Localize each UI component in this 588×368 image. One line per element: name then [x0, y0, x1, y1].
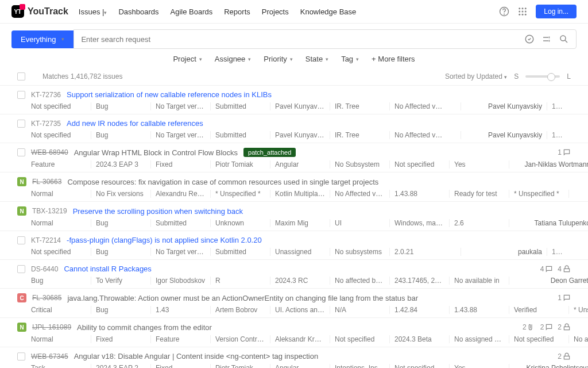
field-cell[interactable]: Piotr Tomiak [210, 364, 270, 368]
field-cell[interactable]: No Affected versions [330, 190, 389, 198]
field-cell[interactable]: Feature [150, 335, 210, 343]
field-cell[interactable]: Normal [31, 219, 91, 227]
field-cell[interactable]: IR. Tree [330, 131, 389, 139]
field-cell[interactable]: 243.17465, 243.18137.10 [389, 277, 449, 285]
field-cell[interactable]: Fixed [150, 364, 210, 368]
field-cell[interactable]: Not specified [330, 335, 389, 343]
issue-row[interactable]: NFL-30663Compose resources: fix navigati… [0, 172, 588, 201]
vote-count[interactable]: 2 [558, 352, 571, 361]
field-cell[interactable]: Pavel Kunyavskiy [270, 102, 330, 110]
field-cell[interactable]: No Target versions [150, 131, 210, 139]
field-cell[interactable]: Angular [270, 364, 330, 368]
comment-count[interactable]: 4 [540, 265, 554, 273]
field-cell[interactable]: Feature [31, 160, 91, 168]
filter-project[interactable]: Project ▾ [173, 55, 202, 63]
field-cell[interactable]: 2.6 [449, 219, 509, 227]
issue-checkbox[interactable] [17, 91, 25, 99]
issue-row[interactable]: KT-72736Support serialization of new cal… [0, 85, 588, 114]
field-cell[interactable]: 1.42.84 [389, 306, 449, 314]
comment-count[interactable]: 1 [558, 148, 571, 156]
field-cell[interactable]: Task [31, 364, 91, 368]
query-assist-icon[interactable] [524, 34, 535, 44]
field-cell[interactable]: N/A [330, 306, 389, 314]
nav-projects[interactable]: Projects [262, 7, 289, 16]
issue-checkbox[interactable] [17, 352, 25, 361]
field-cell[interactable]: * Unspecified * [210, 190, 270, 198]
field-cell[interactable]: Kotlin Multiplatform [270, 190, 330, 198]
field-cell[interactable]: Angular [270, 160, 330, 168]
issue-title[interactable]: Angular v18: Disable Angular | Content i… [74, 352, 318, 361]
issue-id[interactable]: FL-30685 [32, 294, 61, 302]
select-all-checkbox[interactable] [17, 72, 25, 80]
field-cell[interactable]: Verified [509, 306, 568, 314]
nav-knowledge-base[interactable]: Knowledge Base [300, 7, 357, 16]
issue-checkbox[interactable] [17, 265, 25, 273]
field-cell[interactable]: UI. Actions and Frames [270, 306, 330, 314]
field-cell[interactable]: No Affected versions [389, 102, 449, 110]
sort-label[interactable]: Sorted by Updated ▾ [445, 72, 507, 80]
issue-checkbox[interactable] [17, 236, 25, 244]
attach-count[interactable]: 2 [523, 323, 536, 331]
field-cell[interactable]: Fixed [150, 160, 210, 168]
field-cell[interactable]: Bug [31, 277, 91, 285]
field-cell[interactable]: Windows, macOS, Linux [389, 219, 449, 227]
field-cell[interactable]: Unknown [210, 219, 270, 227]
field-cell[interactable]: 2024.3 EAP 2 [91, 364, 150, 368]
issue-title[interactable]: Preserve the scrolling position when swi… [73, 207, 243, 216]
filter-state[interactable]: State ▾ [305, 55, 328, 63]
field-cell[interactable]: No Target versions [150, 248, 210, 256]
field-cell[interactable]: No affected ides [568, 335, 588, 343]
search-icon[interactable] [559, 34, 569, 44]
nav-issues[interactable]: Issues |▾ [79, 7, 107, 16]
field-cell[interactable]: Pavel Kunyavskiy [270, 131, 330, 139]
issue-row[interactable]: KT-72735Add new IR nodes for callable re… [0, 114, 588, 143]
field-cell[interactable]: Normal [31, 335, 91, 343]
field-cell[interactable]: Intentions, Inspections [330, 364, 389, 368]
issue-row[interactable]: WEB-67345Angular v18: Disable Angular | … [0, 347, 588, 368]
field-cell[interactable]: Fixed [91, 335, 150, 343]
field-cell[interactable]: Not specified [31, 131, 91, 139]
field-cell[interactable]: IR. Tree [330, 102, 389, 110]
field-cell[interactable]: No available in [449, 277, 509, 285]
filter-assignee[interactable]: Assignee ▾ [215, 55, 251, 63]
field-cell[interactable]: 2024.3 RC [270, 277, 330, 285]
field-cell[interactable]: Ready for test [449, 190, 509, 198]
login-button[interactable]: Log in... [536, 5, 577, 18]
field-cell[interactable]: * Unspecified * [509, 190, 568, 198]
field-cell[interactable]: Piotr Tomiak [210, 160, 270, 168]
field-cell[interactable]: No subsystems [330, 248, 389, 256]
issue-checkbox[interactable] [17, 120, 25, 128]
issue-row[interactable]: KT-72214-fpass-plugin (clangFlags) is no… [0, 231, 588, 259]
issue-id[interactable]: WEB-68940 [31, 148, 68, 156]
issue-id[interactable]: TBX-13219 [32, 207, 67, 215]
more-filters[interactable]: + More filters [372, 55, 415, 63]
apps-icon[interactable] [517, 6, 528, 17]
field-cell[interactable]: Bug [91, 248, 150, 256]
field-cell[interactable]: Not specified [389, 160, 449, 168]
field-cell[interactable]: Artem Bobrov [210, 306, 270, 314]
issue-id[interactable]: WEB-67345 [31, 352, 68, 361]
issue-checkbox[interactable] [17, 148, 25, 156]
field-cell[interactable]: Not specified [31, 102, 91, 110]
issue-row[interactable]: NIJPL-161089Ability to commit changes fr… [0, 317, 588, 347]
issue-title[interactable]: Add new IR nodes for callable references [67, 119, 203, 128]
issue-row[interactable]: WEB-68940Angular Wrap HTML Block in Cont… [0, 143, 588, 172]
issue-title[interactable]: java.lang.Throwable: Action owner must b… [67, 294, 418, 302]
field-cell[interactable]: No Subsystem [330, 160, 389, 168]
settings-icon[interactable] [541, 34, 552, 44]
filter-priority[interactable]: Priority ▾ [264, 55, 292, 63]
field-cell[interactable]: 2.0.21 [389, 248, 449, 256]
field-cell[interactable]: To Verify [91, 277, 150, 285]
field-cell[interactable]: 2024.3 EAP 3 [91, 160, 150, 168]
issue-id[interactable]: IJPL-161089 [32, 323, 71, 331]
tag-patch_attached[interactable]: patch_attached [243, 148, 296, 157]
field-cell[interactable]: Not specified [509, 335, 568, 343]
issue-title[interactable]: Support serialization of new callable re… [67, 90, 272, 99]
issue-title[interactable]: Compose resources: fix navigation in cas… [67, 178, 378, 186]
field-cell[interactable]: Yes [449, 160, 509, 168]
field-cell[interactable]: * Unspecified * [568, 306, 588, 314]
field-cell[interactable]: Submitted [210, 102, 270, 110]
issue-row[interactable]: CFL-30685java.lang.Throwable: Action own… [0, 288, 588, 317]
issue-title[interactable]: -fpass-plugin (clangFlags) is not applie… [67, 236, 262, 244]
detail-slider[interactable] [525, 75, 560, 78]
